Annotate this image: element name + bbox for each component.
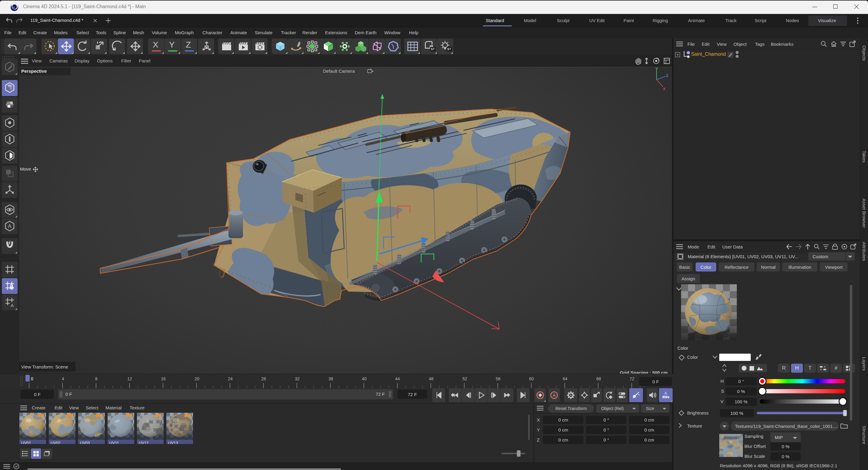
svg-text:A: A	[664, 391, 667, 396]
svg-text:52: 52	[462, 376, 467, 381]
svg-text:Z: Z	[666, 73, 668, 78]
svg-text:48: 48	[429, 376, 434, 381]
svg-text:A: A	[10, 303, 13, 308]
svg-text:44: 44	[395, 376, 400, 381]
svg-text:60: 60	[529, 376, 534, 381]
svg-text:A: A	[553, 393, 556, 398]
svg-text:24: 24	[228, 376, 233, 381]
svg-text:72: 72	[629, 376, 634, 381]
svg-text:8: 8	[95, 376, 98, 381]
svg-text:36: 36	[329, 376, 333, 381]
svg-text:40: 40	[362, 376, 367, 381]
svg-text:16: 16	[161, 376, 166, 381]
svg-text:28: 28	[261, 376, 266, 381]
svg-text:64: 64	[563, 376, 567, 381]
svg-text:0: 0	[31, 376, 33, 381]
svg-text:56: 56	[496, 376, 500, 381]
svg-text:X: X	[663, 87, 665, 91]
svg-text:ST: ST	[447, 48, 451, 51]
svg-text:20: 20	[194, 376, 199, 381]
svg-text:4: 4	[62, 376, 64, 381]
svg-text:32: 32	[295, 376, 300, 381]
svg-text:A: A	[8, 223, 11, 229]
svg-text:ST: ST	[431, 48, 435, 51]
svg-text:12: 12	[127, 376, 132, 381]
svg-text:68: 68	[596, 376, 601, 381]
svg-text:Y: Y	[655, 67, 658, 71]
